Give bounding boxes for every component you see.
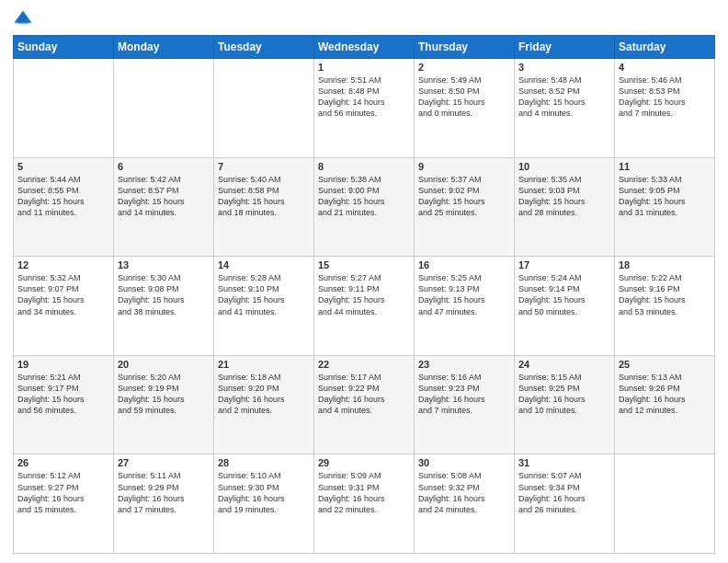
day-number: 5 xyxy=(17,161,109,172)
day-info: Sunrise: 5:12 AM Sunset: 9:27 PM Dayligh… xyxy=(17,470,109,515)
day-cell xyxy=(214,59,314,158)
day-cell: 13Sunrise: 5:30 AM Sunset: 9:08 PM Dayli… xyxy=(114,257,214,356)
day-info: Sunrise: 5:16 AM Sunset: 9:23 PM Dayligh… xyxy=(418,372,510,417)
day-info: Sunrise: 5:13 AM Sunset: 9:26 PM Dayligh… xyxy=(619,372,711,417)
day-cell: 19Sunrise: 5:21 AM Sunset: 9:17 PM Dayli… xyxy=(14,355,114,454)
day-info: Sunrise: 5:15 AM Sunset: 9:25 PM Dayligh… xyxy=(518,372,610,417)
day-number: 6 xyxy=(118,161,210,172)
day-cell: 28Sunrise: 5:10 AM Sunset: 9:30 PM Dayli… xyxy=(214,454,314,554)
day-number: 21 xyxy=(218,359,310,370)
weekday-header-row: SundayMondayTuesdayWednesdayThursdayFrid… xyxy=(14,36,715,59)
day-cell: 3Sunrise: 5:48 AM Sunset: 8:52 PM Daylig… xyxy=(515,59,615,158)
day-info: Sunrise: 5:44 AM Sunset: 8:55 PM Dayligh… xyxy=(17,174,109,219)
day-cell: 29Sunrise: 5:09 AM Sunset: 9:31 PM Dayli… xyxy=(314,454,415,554)
day-number: 30 xyxy=(418,457,510,468)
day-cell: 31Sunrise: 5:07 AM Sunset: 9:34 PM Dayli… xyxy=(515,454,615,554)
day-number: 23 xyxy=(418,359,510,370)
day-info: Sunrise: 5:21 AM Sunset: 9:17 PM Dayligh… xyxy=(17,372,109,417)
day-info: Sunrise: 5:08 AM Sunset: 9:32 PM Dayligh… xyxy=(418,470,510,515)
day-number: 16 xyxy=(418,259,510,270)
day-info: Sunrise: 5:33 AM Sunset: 9:05 PM Dayligh… xyxy=(619,174,711,219)
day-cell: 6Sunrise: 5:42 AM Sunset: 8:57 PM Daylig… xyxy=(114,157,214,257)
day-info: Sunrise: 5:22 AM Sunset: 9:16 PM Dayligh… xyxy=(619,272,711,317)
day-cell: 4Sunrise: 5:46 AM Sunset: 8:53 PM Daylig… xyxy=(615,59,715,158)
calendar-table: SundayMondayTuesdayWednesdayThursdayFrid… xyxy=(13,35,715,554)
day-info: Sunrise: 5:24 AM Sunset: 9:14 PM Dayligh… xyxy=(518,272,610,317)
day-number: 24 xyxy=(518,359,610,370)
day-cell: 10Sunrise: 5:35 AM Sunset: 9:03 PM Dayli… xyxy=(515,157,615,257)
day-number: 18 xyxy=(619,259,711,270)
day-cell: 5Sunrise: 5:44 AM Sunset: 8:55 PM Daylig… xyxy=(14,157,114,257)
day-cell: 18Sunrise: 5:22 AM Sunset: 9:16 PM Dayli… xyxy=(615,257,715,356)
day-cell: 20Sunrise: 5:20 AM Sunset: 9:19 PM Dayli… xyxy=(114,355,214,454)
week-row-4: 19Sunrise: 5:21 AM Sunset: 9:17 PM Dayli… xyxy=(14,355,715,454)
day-number: 31 xyxy=(518,457,610,468)
day-info: Sunrise: 5:32 AM Sunset: 9:07 PM Dayligh… xyxy=(17,272,109,317)
weekday-header-monday: Monday xyxy=(114,36,214,59)
day-cell: 11Sunrise: 5:33 AM Sunset: 9:05 PM Dayli… xyxy=(615,157,715,257)
day-number: 13 xyxy=(118,259,210,270)
day-info: Sunrise: 5:37 AM Sunset: 9:02 PM Dayligh… xyxy=(418,174,510,219)
day-cell xyxy=(14,59,114,158)
header xyxy=(13,9,715,29)
day-number: 11 xyxy=(619,161,711,172)
day-number: 4 xyxy=(619,62,711,73)
day-number: 29 xyxy=(318,457,410,468)
day-cell: 25Sunrise: 5:13 AM Sunset: 9:26 PM Dayli… xyxy=(615,355,715,454)
day-cell: 2Sunrise: 5:49 AM Sunset: 8:50 PM Daylig… xyxy=(415,59,515,158)
day-info: Sunrise: 5:20 AM Sunset: 9:19 PM Dayligh… xyxy=(118,372,210,417)
day-number: 7 xyxy=(218,161,310,172)
day-number: 27 xyxy=(118,457,210,468)
day-info: Sunrise: 5:10 AM Sunset: 9:30 PM Dayligh… xyxy=(218,470,310,515)
day-info: Sunrise: 5:38 AM Sunset: 9:00 PM Dayligh… xyxy=(318,174,410,219)
weekday-header-saturday: Saturday xyxy=(615,36,715,59)
logo-icon xyxy=(13,9,33,29)
day-cell: 26Sunrise: 5:12 AM Sunset: 9:27 PM Dayli… xyxy=(14,454,114,554)
page: SundayMondayTuesdayWednesdayThursdayFrid… xyxy=(0,0,728,563)
day-cell: 9Sunrise: 5:37 AM Sunset: 9:02 PM Daylig… xyxy=(415,157,515,257)
day-cell: 30Sunrise: 5:08 AM Sunset: 9:32 PM Dayli… xyxy=(415,454,515,554)
day-number: 28 xyxy=(218,457,310,468)
week-row-1: 1Sunrise: 5:51 AM Sunset: 8:48 PM Daylig… xyxy=(14,59,715,158)
week-row-5: 26Sunrise: 5:12 AM Sunset: 9:27 PM Dayli… xyxy=(14,454,715,554)
day-cell: 12Sunrise: 5:32 AM Sunset: 9:07 PM Dayli… xyxy=(14,257,114,356)
day-number: 1 xyxy=(318,62,410,73)
day-number: 12 xyxy=(17,259,109,270)
day-info: Sunrise: 5:46 AM Sunset: 8:53 PM Dayligh… xyxy=(619,75,711,120)
day-info: Sunrise: 5:42 AM Sunset: 8:57 PM Dayligh… xyxy=(118,174,210,219)
week-row-3: 12Sunrise: 5:32 AM Sunset: 9:07 PM Dayli… xyxy=(14,257,715,356)
day-number: 14 xyxy=(218,259,310,270)
day-cell: 14Sunrise: 5:28 AM Sunset: 9:10 PM Dayli… xyxy=(214,257,314,356)
day-info: Sunrise: 5:25 AM Sunset: 9:13 PM Dayligh… xyxy=(418,272,510,317)
day-number: 9 xyxy=(418,161,510,172)
day-cell: 27Sunrise: 5:11 AM Sunset: 9:29 PM Dayli… xyxy=(114,454,214,554)
day-info: Sunrise: 5:35 AM Sunset: 9:03 PM Dayligh… xyxy=(518,174,610,219)
day-cell: 23Sunrise: 5:16 AM Sunset: 9:23 PM Dayli… xyxy=(415,355,515,454)
week-row-2: 5Sunrise: 5:44 AM Sunset: 8:55 PM Daylig… xyxy=(14,157,715,257)
day-cell: 24Sunrise: 5:15 AM Sunset: 9:25 PM Dayli… xyxy=(515,355,615,454)
weekday-header-friday: Friday xyxy=(515,36,615,59)
day-number: 15 xyxy=(318,259,410,270)
day-info: Sunrise: 5:28 AM Sunset: 9:10 PM Dayligh… xyxy=(218,272,310,317)
day-number: 20 xyxy=(118,359,210,370)
day-info: Sunrise: 5:17 AM Sunset: 9:22 PM Dayligh… xyxy=(318,372,410,417)
weekday-header-tuesday: Tuesday xyxy=(214,36,314,59)
day-cell xyxy=(615,454,715,554)
day-number: 22 xyxy=(318,359,410,370)
day-number: 17 xyxy=(518,259,610,270)
day-cell: 15Sunrise: 5:27 AM Sunset: 9:11 PM Dayli… xyxy=(314,257,415,356)
day-info: Sunrise: 5:51 AM Sunset: 8:48 PM Dayligh… xyxy=(318,75,410,120)
day-cell xyxy=(114,59,214,158)
day-number: 19 xyxy=(17,359,109,370)
day-info: Sunrise: 5:07 AM Sunset: 9:34 PM Dayligh… xyxy=(518,470,610,515)
logo xyxy=(13,9,37,29)
day-number: 3 xyxy=(518,62,610,73)
day-cell: 21Sunrise: 5:18 AM Sunset: 9:20 PM Dayli… xyxy=(214,355,314,454)
day-info: Sunrise: 5:11 AM Sunset: 9:29 PM Dayligh… xyxy=(118,470,210,515)
day-cell: 17Sunrise: 5:24 AM Sunset: 9:14 PM Dayli… xyxy=(515,257,615,356)
day-number: 26 xyxy=(17,457,109,468)
weekday-header-thursday: Thursday xyxy=(415,36,515,59)
day-number: 25 xyxy=(619,359,711,370)
day-number: 8 xyxy=(318,161,410,172)
weekday-header-sunday: Sunday xyxy=(14,36,114,59)
